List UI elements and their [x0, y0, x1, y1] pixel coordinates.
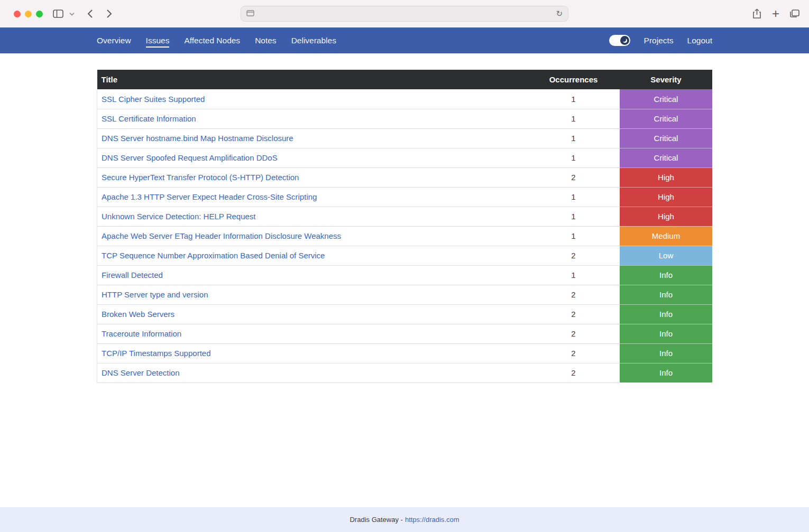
table-row: TCP Sequence Number Approximation Based …	[97, 246, 713, 265]
nav-item-notes[interactable]: Notes	[255, 34, 277, 48]
issue-link[interactable]: DNS Server Detection	[102, 368, 180, 377]
table-row: Apache Web Server ETag Header Informatio…	[97, 226, 713, 246]
issue-link[interactable]: SSL Cipher Suites Supported	[102, 95, 205, 104]
issue-title-cell: TCP/IP Timestamps Supported	[97, 343, 528, 363]
occurrences-value: 2	[527, 324, 620, 343]
issue-link[interactable]: Firewall Detected	[102, 270, 163, 279]
occurrences-value: 1	[527, 128, 620, 148]
occurrences-value: 2	[527, 363, 620, 382]
severity-badge: Info	[620, 285, 712, 304]
app-navbar: Overview Issues Affected Nodes Notes Del…	[0, 27, 809, 53]
severity-badge: High	[620, 187, 712, 207]
issue-link[interactable]: SSL Certificate Information	[102, 114, 196, 123]
severity-badge: High	[620, 207, 712, 226]
severity-badge: Info	[620, 363, 712, 382]
moon-icon	[620, 36, 629, 45]
issue-link[interactable]: Broken Web Servers	[102, 310, 174, 319]
issue-title-cell: TCP Sequence Number Approximation Based …	[97, 246, 528, 265]
issue-link[interactable]: Apache 1.3 HTTP Server Expect Header Cro…	[102, 192, 317, 201]
forward-button-icon[interactable]	[102, 0, 116, 27]
issue-link[interactable]: TCP/IP Timestamps Supported	[102, 349, 210, 358]
issue-title-cell: DNS Server hostname.bind Map Hostname Di…	[97, 128, 528, 148]
chevron-down-icon[interactable]	[68, 0, 76, 27]
issue-title-cell: SSL Cipher Suites Supported	[97, 89, 528, 109]
close-window-button[interactable]	[14, 11, 21, 17]
table-header-row: Title Occurrences Severity	[97, 70, 713, 89]
occurrences-value: 2	[527, 167, 620, 187]
zoom-window-button[interactable]	[36, 11, 43, 17]
nav-item-logout[interactable]: Logout	[687, 34, 712, 48]
issue-link[interactable]: Apache Web Server ETag Header Informatio…	[102, 231, 341, 240]
issue-link[interactable]: Traceroute Information	[102, 329, 181, 338]
occurrences-value: 1	[527, 148, 620, 167]
url-input[interactable]	[259, 10, 556, 18]
nav-item-issues[interactable]: Issues	[146, 34, 170, 48]
page-icon	[246, 9, 254, 18]
nav-item-overview[interactable]: Overview	[97, 34, 131, 48]
issue-link[interactable]: TCP Sequence Number Approximation Based …	[102, 251, 325, 260]
issue-title-cell: DNS Server Spoofed Request Amplification…	[97, 148, 528, 167]
share-icon[interactable]	[752, 0, 761, 27]
header-occurrences: Occurrences	[527, 70, 620, 89]
issue-title-cell: Traceroute Information	[97, 324, 528, 343]
issues-table-body: SSL Cipher Suites Supported1CriticalSSL …	[97, 89, 713, 382]
sidebar-toggle-icon[interactable]	[51, 0, 66, 27]
browser-toolbar: ↻ +	[0, 0, 809, 27]
table-row: Firewall Detected1Info	[97, 265, 713, 285]
issue-link[interactable]: Secure HyperText Transfer Protocol (S-HT…	[102, 173, 299, 182]
address-bar[interactable]: ↻	[241, 6, 568, 22]
severity-badge: Medium	[620, 226, 712, 246]
issue-title-cell: DNS Server Detection	[97, 363, 528, 382]
issue-title-cell: Apache Web Server ETag Header Informatio…	[97, 226, 528, 246]
issue-title-cell: Broken Web Servers	[97, 304, 528, 324]
occurrences-value: 2	[527, 304, 620, 324]
issue-title-cell: Firewall Detected	[97, 265, 528, 285]
new-tab-icon[interactable]: +	[772, 7, 779, 20]
table-row: Unknown Service Detection: HELP Request1…	[97, 207, 713, 226]
issue-link[interactable]: HTTP Server type and version	[102, 290, 208, 299]
reload-icon[interactable]: ↻	[556, 9, 563, 18]
severity-badge: Critical	[620, 128, 712, 148]
occurrences-value: 1	[527, 226, 620, 246]
table-row: DNS Server Spoofed Request Amplification…	[97, 148, 713, 167]
theme-toggle[interactable]	[609, 35, 630, 46]
issue-title-cell: SSL Certificate Information	[97, 109, 528, 128]
occurrences-value: 1	[527, 109, 620, 128]
nav-item-projects[interactable]: Projects	[644, 34, 674, 48]
minimize-window-button[interactable]	[25, 11, 32, 17]
severity-badge: Low	[620, 246, 712, 265]
back-button-icon[interactable]	[82, 0, 97, 27]
nav-links: Overview Issues Affected Nodes Notes Del…	[97, 34, 336, 48]
page-footer: Dradis Gateway - https://dradis.com	[0, 507, 809, 532]
nav-item-deliverables[interactable]: Deliverables	[291, 34, 336, 48]
severity-badge: Info	[620, 265, 712, 285]
table-row: DNS Server Detection2Info	[97, 363, 713, 382]
table-row: Traceroute Information2Info	[97, 324, 713, 343]
issue-link[interactable]: DNS Server hostname.bind Map Hostname Di…	[102, 134, 293, 143]
issue-title-cell: Apache 1.3 HTTP Server Expect Header Cro…	[97, 187, 528, 207]
table-row: DNS Server hostname.bind Map Hostname Di…	[97, 128, 713, 148]
window-controls	[14, 11, 43, 17]
issue-link[interactable]: DNS Server Spoofed Request Amplification…	[102, 153, 278, 162]
tab-overview-icon[interactable]	[790, 0, 799, 27]
occurrences-value: 2	[527, 285, 620, 304]
table-row: TCP/IP Timestamps Supported2Info	[97, 343, 713, 363]
severity-badge: Critical	[620, 148, 712, 167]
issue-link[interactable]: Unknown Service Detection: HELP Request	[102, 212, 256, 221]
footer-link[interactable]: https://dradis.com	[405, 516, 459, 524]
table-row: SSL Cipher Suites Supported1Critical	[97, 89, 713, 109]
nav-item-affected-nodes[interactable]: Affected Nodes	[184, 34, 240, 48]
occurrences-value: 1	[527, 207, 620, 226]
occurrences-value: 1	[527, 89, 620, 109]
severity-badge: Critical	[620, 89, 712, 109]
issue-title-cell: HTTP Server type and version	[97, 285, 528, 304]
severity-badge: Info	[620, 304, 712, 324]
issue-title-cell: Secure HyperText Transfer Protocol (S-HT…	[97, 167, 528, 187]
table-row: Secure HyperText Transfer Protocol (S-HT…	[97, 167, 713, 187]
severity-badge: Critical	[620, 109, 712, 128]
footer-text: Dradis Gateway -	[350, 516, 402, 524]
issues-table: Title Occurrences Severity SSL Cipher Su…	[97, 70, 712, 383]
occurrences-value: 1	[527, 265, 620, 285]
table-row: Broken Web Servers2Info	[97, 304, 713, 324]
table-row: SSL Certificate Information1Critical	[97, 109, 713, 128]
